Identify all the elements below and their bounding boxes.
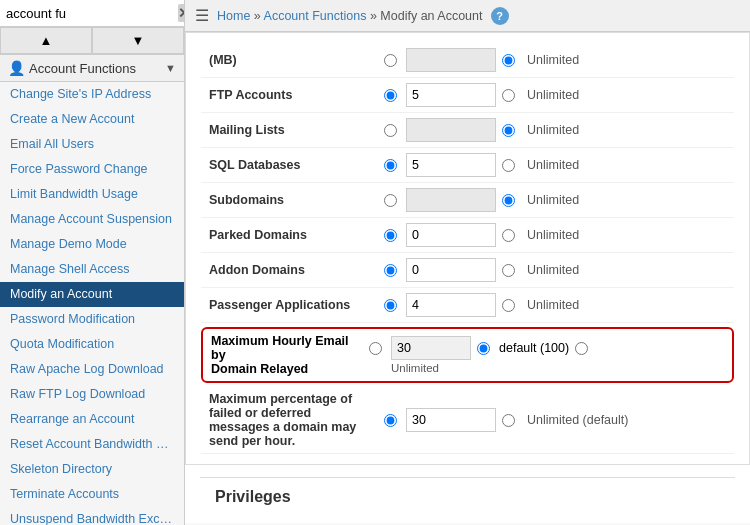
radio-custom-addon-domains[interactable] bbox=[384, 264, 397, 277]
form-row-mailing-lists: Mailing ListsUnlimited bbox=[201, 113, 734, 148]
radio-unlimited-ftp-accounts[interactable] bbox=[502, 89, 515, 102]
max-hourly-email-label-line2: Domain Relayed bbox=[211, 362, 361, 376]
unlimited-label-mailing-lists: Unlimited bbox=[527, 123, 579, 137]
radio-unlimited-subdomains[interactable] bbox=[502, 194, 515, 207]
sidebar-item-manage-demo-mode[interactable]: Manage Demo Mode bbox=[0, 232, 184, 257]
form-row-sql-databases: SQL DatabasesUnlimited bbox=[201, 148, 734, 183]
radio-custom-mailing-lists[interactable] bbox=[384, 124, 397, 137]
unlimited-label-sql-databases: Unlimited bbox=[527, 158, 579, 172]
main-content: ☰ Home » Account Functions » Modify an A… bbox=[185, 0, 750, 525]
unlimited-label-disk-space: Unlimited bbox=[527, 53, 579, 67]
radio-unlimited-disk-space[interactable] bbox=[502, 54, 515, 67]
sidebar-item-modify-an-account[interactable]: Modify an Account bbox=[0, 282, 184, 307]
max-percentage-radio[interactable] bbox=[384, 414, 397, 427]
radio-custom-parked-domains[interactable] bbox=[384, 229, 397, 242]
sidebar-item-manage-account-suspension[interactable]: Manage Account Suspension bbox=[0, 207, 184, 232]
max-hourly-email-default-radio[interactable] bbox=[477, 342, 490, 355]
search-input[interactable] bbox=[6, 6, 174, 21]
breadcrumb-current: Modify an Account bbox=[380, 9, 482, 23]
sidebar-item-create-new-account[interactable]: Create a New Account bbox=[0, 107, 184, 132]
sidebar-item-raw-ftp-log-download[interactable]: Raw FTP Log Download bbox=[0, 382, 184, 407]
content-area: (MB)UnlimitedFTP AccountsUnlimitedMailin… bbox=[185, 32, 750, 525]
privileges-title: Privileges bbox=[200, 477, 735, 511]
nav-up-button[interactable]: ▲ bbox=[0, 27, 92, 54]
max-percentage-row: Maximum percentage of failed or deferred… bbox=[201, 387, 734, 454]
sidebar-item-rearrange-an-account[interactable]: Rearrange an Account bbox=[0, 407, 184, 432]
radio-custom-sql-databases[interactable] bbox=[384, 159, 397, 172]
unlimited-label-addon-domains: Unlimited bbox=[527, 263, 579, 277]
input-parked-domains[interactable] bbox=[406, 223, 496, 247]
form-row-disk-space: (MB)Unlimited bbox=[201, 43, 734, 78]
max-hourly-email-subtext: Unlimited bbox=[391, 362, 591, 374]
max-percentage-unlimited-radio[interactable] bbox=[502, 414, 515, 427]
nav-down-button[interactable]: ▼ bbox=[92, 27, 184, 54]
radio-custom-passenger-applications[interactable] bbox=[384, 299, 397, 312]
label-disk-space: (MB) bbox=[201, 43, 376, 78]
privileges-section: Privileges bbox=[185, 465, 750, 523]
breadcrumb-parent[interactable]: Account Functions bbox=[264, 9, 367, 23]
form-row-addon-domains: Addon DomainsUnlimited bbox=[201, 253, 734, 288]
sidebar-item-skeleton-directory[interactable]: Skeleton Directory bbox=[0, 457, 184, 482]
sidebar-item-quota-modification[interactable]: Quota Modification bbox=[0, 332, 184, 357]
breadcrumb: Home » Account Functions » Modify an Acc… bbox=[217, 9, 483, 23]
radio-unlimited-sql-databases[interactable] bbox=[502, 159, 515, 172]
max-percentage-unlimited-label: Unlimited (default) bbox=[527, 413, 628, 427]
unlimited-label-passenger-applications: Unlimited bbox=[527, 298, 579, 312]
sidebar-item-raw-apache-log-download[interactable]: Raw Apache Log Download bbox=[0, 357, 184, 382]
max-percentage-input[interactable] bbox=[406, 408, 496, 432]
form-row-subdomains: SubdomainsUnlimited bbox=[201, 183, 734, 218]
radio-custom-disk-space[interactable] bbox=[384, 54, 397, 67]
label-ftp-accounts: FTP Accounts bbox=[201, 78, 376, 113]
max-hourly-email-default-label: default (100) bbox=[499, 341, 569, 355]
label-addon-domains: Addon Domains bbox=[201, 253, 376, 288]
account-functions-icon: 👤 bbox=[8, 60, 25, 76]
search-clear-button[interactable]: ✕ bbox=[178, 4, 185, 22]
sidebar-item-unsuspend-bandwidth[interactable]: Unsuspend Bandwidth Exceeders bbox=[0, 507, 184, 525]
sidebar-item-password-modification[interactable]: Password Modification bbox=[0, 307, 184, 332]
input-mailing-lists bbox=[406, 118, 496, 142]
sidebar-item-change-sites-ip[interactable]: Change Site's IP Address bbox=[0, 82, 184, 107]
form-row-parked-domains: Parked DomainsUnlimited bbox=[201, 218, 734, 253]
form-section: (MB)UnlimitedFTP AccountsUnlimitedMailin… bbox=[185, 32, 750, 465]
label-sql-databases: SQL Databases bbox=[201, 148, 376, 183]
radio-unlimited-parked-domains[interactable] bbox=[502, 229, 515, 242]
topbar: ☰ Home » Account Functions » Modify an A… bbox=[185, 0, 750, 32]
sidebar-item-reset-account-bandwidth[interactable]: Reset Account Bandwidth Limit bbox=[0, 432, 184, 457]
label-passenger-applications: Passenger Applications bbox=[201, 288, 376, 323]
sidebar-menu: Change Site's IP AddressCreate a New Acc… bbox=[0, 82, 184, 525]
sidebar-item-terminate-accounts[interactable]: Terminate Accounts bbox=[0, 482, 184, 507]
input-sql-databases[interactable] bbox=[406, 153, 496, 177]
max-hourly-email-custom-radio[interactable] bbox=[369, 342, 382, 355]
max-hourly-email-input[interactable] bbox=[391, 336, 471, 360]
label-subdomains: Subdomains bbox=[201, 183, 376, 218]
sidebar-item-manage-shell-access[interactable]: Manage Shell Access bbox=[0, 257, 184, 282]
max-percentage-label: Maximum percentage of failed or deferred… bbox=[209, 392, 356, 448]
help-icon[interactable]: ? bbox=[491, 7, 509, 25]
label-mailing-lists: Mailing Lists bbox=[201, 113, 376, 148]
input-addon-domains[interactable] bbox=[406, 258, 496, 282]
radio-unlimited-passenger-applications[interactable] bbox=[502, 299, 515, 312]
radio-unlimited-mailing-lists[interactable] bbox=[502, 124, 515, 137]
account-functions-label: Account Functions bbox=[29, 61, 161, 76]
unlimited-label-ftp-accounts: Unlimited bbox=[527, 88, 579, 102]
input-ftp-accounts[interactable] bbox=[406, 83, 496, 107]
label-parked-domains: Parked Domains bbox=[201, 218, 376, 253]
breadcrumb-sep2: » bbox=[370, 9, 380, 23]
breadcrumb-home[interactable]: Home bbox=[217, 9, 250, 23]
max-hourly-email-label-line1: Maximum Hourly Email by bbox=[211, 334, 361, 362]
form-row-ftp-accounts: FTP AccountsUnlimited bbox=[201, 78, 734, 113]
breadcrumb-sep1: » bbox=[254, 9, 264, 23]
max-hourly-email-row: Maximum Hourly Email by Domain Relayed d… bbox=[201, 323, 734, 388]
radio-custom-subdomains[interactable] bbox=[384, 194, 397, 207]
account-functions-expand-icon[interactable]: ▼ bbox=[165, 62, 176, 74]
sidebar-item-force-password-change[interactable]: Force Password Change bbox=[0, 157, 184, 182]
max-hourly-email-unlimited-radio[interactable] bbox=[575, 342, 588, 355]
sidebar-item-limit-bandwidth-usage[interactable]: Limit Bandwidth Usage bbox=[0, 182, 184, 207]
form-row-passenger-applications: Passenger ApplicationsUnlimited bbox=[201, 288, 734, 323]
nav-arrows: ▲ ▼ bbox=[0, 27, 184, 55]
sidebar-item-email-all-users[interactable]: Email All Users bbox=[0, 132, 184, 157]
radio-custom-ftp-accounts[interactable] bbox=[384, 89, 397, 102]
radio-unlimited-addon-domains[interactable] bbox=[502, 264, 515, 277]
input-passenger-applications[interactable] bbox=[406, 293, 496, 317]
hamburger-icon[interactable]: ☰ bbox=[195, 6, 209, 25]
